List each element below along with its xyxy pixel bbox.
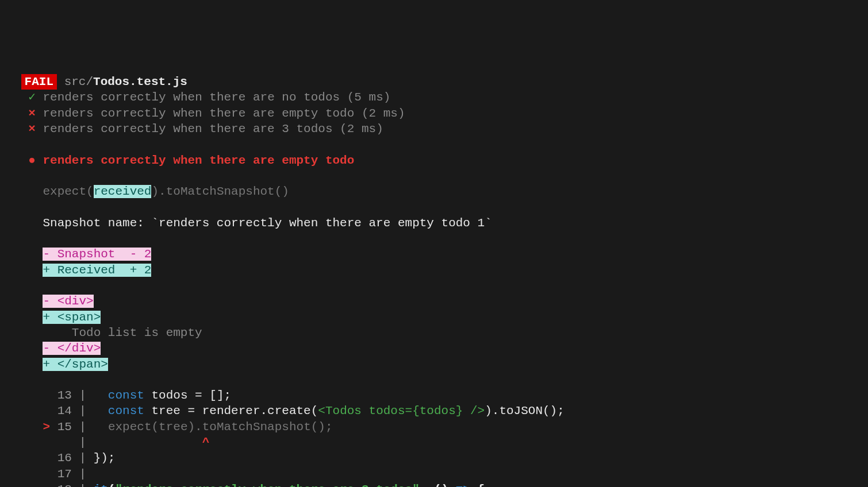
error-pointer-icon: > [43, 420, 50, 434]
expect-prefix: expect( [43, 185, 93, 198]
arrow: => [456, 483, 470, 487]
cross-icon: × [28, 122, 36, 136]
line-number: 13 [57, 389, 72, 402]
code-text: { [470, 483, 485, 487]
diff-context: Todo list is empty [43, 326, 202, 339]
code-line-13: 13 | const todos = []; [14, 389, 231, 402]
code-line-15: > 15 | expect(tree).toMatchSnapshot(); [14, 420, 333, 434]
line-number: 17 [57, 467, 72, 481]
bullet-icon: ● [28, 154, 36, 167]
cross-icon: × [28, 107, 36, 120]
line-number: 15 [57, 420, 72, 434]
caret-icon: ^ [202, 436, 210, 449]
snapshot-name-line: Snapshot name: `renders correctly when t… [14, 217, 492, 230]
code-line-14: 14 | const tree = renderer.create(<Todos… [14, 404, 564, 418]
header-line: FAIL src/Todos.test.js [14, 75, 187, 88]
code-text: ( [108, 483, 116, 487]
test-label: renders correctly when there are no todo… [43, 91, 390, 104]
diff-plus: + </span> [43, 358, 107, 371]
snapshot-name-value: `renders correctly when there are empty … [151, 217, 491, 230]
code-text: tree = renderer.create( [144, 404, 318, 418]
snapshot-minus-count: - Snapshot - 2 [43, 248, 151, 261]
failure-title: renders correctly when there are empty t… [43, 154, 354, 167]
file-path-name: Todos.test.js [93, 75, 187, 88]
test-row-3: × renders correctly when there are 3 tod… [14, 122, 383, 136]
diff-header-minus: - Snapshot - 2 [14, 248, 151, 261]
fail-badge: FAIL [21, 74, 57, 90]
keyword: const [108, 389, 144, 402]
code-line-18: 18 | it("renders correctly when there ar… [14, 483, 485, 487]
code-text: }); [94, 451, 116, 465]
expect-line: expect(received).toMatchSnapshot() [14, 185, 289, 198]
diff-line: + <span> [14, 311, 101, 324]
diff-plus: + <span> [43, 311, 101, 324]
jsx-tag: <Todos todos={todos} /> [318, 404, 485, 418]
code-text: , () [420, 483, 456, 487]
test-label: renders correctly when there are 3 todos… [43, 122, 383, 136]
expect-suffix: ).toMatchSnapshot() [151, 185, 289, 198]
diff-minus: - </div> [43, 342, 101, 355]
file-path-dir: src/ [64, 75, 93, 88]
line-number: 18 [57, 483, 72, 487]
diff-line: - </div> [14, 342, 101, 355]
code-text: ).toJSON(); [485, 404, 564, 418]
string-literal: "renders correctly when there are 3 todo… [115, 483, 419, 487]
received-highlight: received [94, 185, 152, 198]
diff-minus: - <div> [43, 295, 93, 308]
line-number: 16 [57, 451, 72, 465]
terminal-output: FAIL src/Todos.test.js ✓ renders correct… [14, 74, 854, 487]
diff-line: - <div> [14, 295, 94, 308]
diff-line: + </span> [14, 358, 108, 371]
code-text: todos = []; [144, 389, 231, 402]
test-row-1: ✓ renders correctly when there are no to… [14, 91, 390, 104]
code-line-17: 17 | [14, 467, 86, 481]
keyword: it [94, 483, 108, 487]
failure-header: ● renders correctly when there are empty… [14, 154, 354, 167]
diff-header-plus: + Received + 2 [14, 264, 151, 277]
snapshot-name-label: Snapshot name: [43, 217, 151, 230]
keyword: const [108, 404, 144, 418]
test-label: renders correctly when there are empty t… [43, 107, 405, 120]
check-icon: ✓ [28, 91, 36, 104]
line-number: 14 [57, 404, 72, 418]
code-text: expect(tree).toMatchSnapshot(); [108, 420, 333, 434]
diff-line: Todo list is empty [14, 326, 202, 339]
received-plus-count: + Received + 2 [43, 264, 151, 277]
test-row-2: × renders correctly when there are empty… [14, 107, 405, 120]
code-line-16: 16 | }); [14, 451, 115, 465]
code-caret-line: | ^ [14, 436, 209, 449]
